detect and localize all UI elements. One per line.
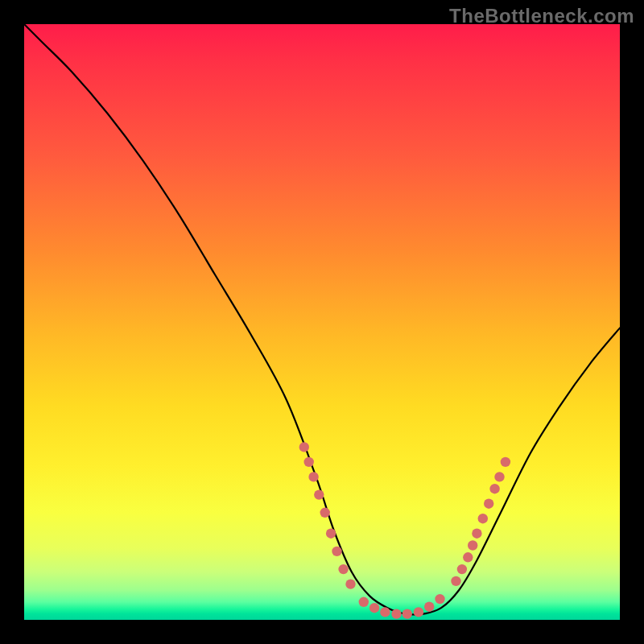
highlight-dot [457, 564, 467, 574]
chart-frame: TheBottleneck.com [0, 0, 644, 644]
highlight-dot [501, 457, 510, 467]
highlight-dot [369, 603, 379, 613]
highlight-dot [391, 609, 401, 618]
highlight-dot [304, 457, 314, 467]
highlight-dot [299, 442, 309, 452]
highlight-dot [332, 547, 341, 556]
curve-svg [24, 24, 620, 620]
highlight-dot [484, 499, 493, 509]
highlight-dots [299, 442, 511, 619]
highlight-dot [380, 607, 390, 617]
highlight-dot [489, 484, 499, 493]
highlight-dot [345, 579, 355, 588]
highlight-dot [402, 609, 412, 618]
highlight-dot [320, 508, 330, 518]
highlight-dot [472, 529, 481, 539]
highlight-dot [435, 594, 444, 604]
highlight-dot [338, 564, 348, 574]
highlight-dot [478, 514, 488, 523]
highlight-dot [414, 607, 423, 617]
highlight-dot [359, 597, 369, 607]
bottleneck-curve [24, 24, 620, 615]
highlight-dot [326, 529, 336, 539]
plot-area [24, 24, 620, 620]
highlight-dot [463, 552, 473, 562]
highlight-dot [468, 540, 477, 550]
highlight-dot [451, 576, 460, 586]
highlight-dot [314, 489, 324, 499]
highlight-dot [494, 472, 504, 481]
highlight-dot [424, 602, 434, 612]
highlight-dot [308, 472, 318, 481]
